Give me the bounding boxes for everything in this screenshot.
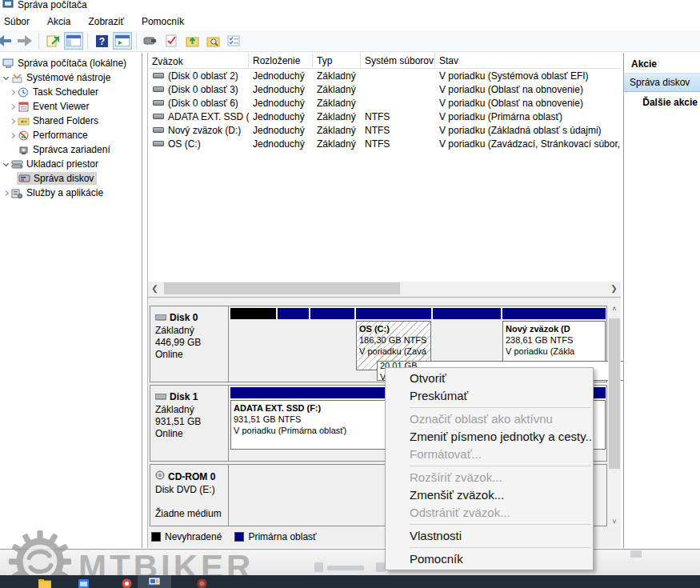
disk-icon <box>155 391 166 403</box>
help-icon[interactable]: ? <box>92 32 111 50</box>
volume-icon <box>153 127 164 133</box>
column-header-typ[interactable]: Typ <box>313 53 361 68</box>
volume-row[interactable]: Nový zväzok (D:) Jednoduchý Základný NTF… <box>148 123 621 137</box>
sidebar-item-event-viewer[interactable]: Event Viewer <box>0 99 142 114</box>
browser-icon[interactable] <box>78 578 89 588</box>
action-pane-toggle-icon[interactable] <box>113 32 132 50</box>
column-header-system-suborov[interactable]: Systém súborov <box>361 53 435 68</box>
column-header-zvazok[interactable]: Zväzok <box>148 53 249 68</box>
sidebar-item-disk-management[interactable]: Správa diskov <box>0 171 142 186</box>
disk0-info[interactable]: Disk 0 Základný 446,99 GB Online <box>150 306 229 382</box>
partition-unallocated[interactable]: 1,09 GB Nevyhra <box>230 308 276 370</box>
app-icon-round[interactable] <box>197 578 207 588</box>
sidebar-item-performance[interactable]: Performance <box>0 128 142 142</box>
partition-20gb[interactable]: 20,01 GB V poriadku (( <box>433 308 501 370</box>
menu-item-vlastnosti[interactable]: Vlastnosti <box>386 527 593 545</box>
remote-device-icon[interactable] <box>141 32 160 50</box>
active-taskbar-tile[interactable] <box>138 575 171 588</box>
partition-recovery[interactable]: 900 MB V poriac <box>310 308 354 370</box>
expander-open-icon[interactable] <box>2 163 10 166</box>
expander-closed-icon[interactable] <box>8 134 17 138</box>
menu-item-preskumat[interactable]: Preskúmať <box>386 387 593 405</box>
expander-closed-icon[interactable] <box>8 105 17 109</box>
sidebar-item-task-scheduler[interactable]: Task Scheduler <box>0 85 142 99</box>
sidebar-item-storage[interactable]: Ukladací priestor <box>0 157 142 171</box>
menu-separator <box>410 466 591 466</box>
disk1-info[interactable]: Disk 1 Základný 931,51 GB Online <box>150 386 229 461</box>
sidebar-item-services-applications[interactable]: Služby a aplikácie <box>0 186 142 200</box>
scroll-left-icon[interactable]: ❮ <box>148 282 162 295</box>
window-title: Správa počítača <box>18 0 87 10</box>
console-tree-toggle-icon[interactable] <box>64 32 83 50</box>
menubar: Súbor Akcia Zobraziť Pomocník <box>0 13 700 30</box>
toolbar-separator <box>38 33 39 49</box>
menu-pomocnik[interactable]: Pomocník <box>133 14 193 30</box>
menu-item-zmensit-zvazok[interactable]: Zmenšiť zväzok... <box>386 486 593 504</box>
scrollbar-thumb[interactable] <box>164 282 400 294</box>
horizontal-scrollbar[interactable]: ❮ ❯ <box>148 282 621 295</box>
volume-icon <box>153 100 164 106</box>
menu-subor[interactable]: Súbor <box>0 14 38 30</box>
console-tree: Správa počítača (lokálne) Systémové nást… <box>0 53 142 548</box>
svg-text:?: ? <box>98 36 104 47</box>
column-header-rozlozenie[interactable]: Rozloženie <box>249 53 313 68</box>
tree-label: Shared Folders <box>33 115 98 126</box>
scroll-up-icon[interactable]: ˄ <box>608 302 621 315</box>
forward-icon[interactable] <box>15 32 34 50</box>
unallocated-color-bar <box>230 308 276 319</box>
properties-list-icon[interactable] <box>224 32 243 50</box>
cdrom-info[interactable]: CD-ROM 0 Disk DVD (E:) Žiadne médium <box>150 465 229 526</box>
vertical-scrollbar[interactable]: ˄ ˅ <box>608 302 621 528</box>
taskbar <box>0 575 700 588</box>
legend-label: Primárna oblasť <box>248 531 316 542</box>
menu-item-pomocnik[interactable]: Pomocník <box>386 550 593 568</box>
menu-item-otvorit[interactable]: Otvoriť <box>386 370 593 387</box>
actions-disk-management-item[interactable]: Správa diskov <box>624 74 700 92</box>
performance-icon <box>17 130 30 141</box>
device-manager-icon <box>17 144 30 155</box>
menu-akcia[interactable]: Akcia <box>38 14 79 30</box>
verify-doc-icon[interactable] <box>162 32 181 50</box>
expander-closed-icon[interactable] <box>8 119 17 123</box>
sidebar-item-shared-folders[interactable]: Shared Folders <box>0 114 142 128</box>
cd-icon <box>155 470 165 483</box>
volume-row[interactable]: (Disk 0 oblasť 3) Jednoduchý Základný V … <box>148 82 621 96</box>
partition-color-bar <box>310 308 354 319</box>
menu-zobrazit[interactable]: Zobraziť <box>79 14 133 30</box>
menu-separator <box>410 547 591 548</box>
scroll-right-icon[interactable]: ❯ <box>607 282 621 295</box>
sidebar-item-device-manager[interactable]: Správca zariadení <box>0 142 142 157</box>
volume-row[interactable]: ADATA EXT. SSD (F:) Jednoduchý Základný … <box>148 110 621 123</box>
scrollbar-thumb[interactable] <box>609 318 620 469</box>
volume-icon <box>153 86 164 92</box>
export-list-icon[interactable] <box>43 32 62 50</box>
expander-open-icon[interactable] <box>2 77 10 79</box>
expander-closed-icon[interactable] <box>2 191 10 195</box>
folder-up-icon[interactable] <box>182 32 202 50</box>
background-artifact <box>314 562 323 572</box>
sidebar-item-system-tools[interactable]: Systémové nástroje <box>0 70 142 85</box>
back-icon[interactable] <box>0 32 14 50</box>
sidebar-item-computer-management[interactable]: Správa počítača (lokálne) <box>0 56 142 70</box>
services-icon <box>10 187 23 198</box>
chrome-icon[interactable] <box>122 578 132 588</box>
volume-row[interactable]: (Disk 0 oblasť 2) Jednoduchý Základný V … <box>148 69 621 82</box>
expander-closed-icon[interactable] <box>8 90 17 94</box>
tree-label: Správa diskov <box>34 173 94 184</box>
mmc-app-icon <box>2 0 14 11</box>
toolbar-separator <box>87 33 88 49</box>
scroll-down-icon[interactable]: ˅ <box>608 515 621 528</box>
column-header-stav[interactable]: Stav <box>435 53 621 68</box>
pane-splitter[interactable] <box>148 297 621 298</box>
partition-context-menu: Otvoriť Preskúmať Označiť oblasť ako akt… <box>385 367 594 570</box>
tools-icon <box>10 72 23 83</box>
menu-item-zmenit-pismeno[interactable]: Zmeniť písmeno jednotky a cesty... <box>386 428 593 446</box>
volume-list: Zväzok Rozloženie Typ Systém súborov Sta… <box>148 53 621 282</box>
partition-efi[interactable]: 100 V pc <box>278 308 309 370</box>
folder-search-icon[interactable] <box>203 32 222 50</box>
volume-row[interactable]: OS (C:) Jednoduchý Základný NTFS V poria… <box>148 137 621 150</box>
actions-more-item[interactable]: Ďalšie akcie <box>624 92 700 110</box>
file-explorer-icon[interactable] <box>38 578 51 588</box>
volume-row[interactable]: (Disk 0 oblasť 6) Jednoduchý Základný V … <box>148 96 621 110</box>
volume-icon <box>153 114 164 119</box>
